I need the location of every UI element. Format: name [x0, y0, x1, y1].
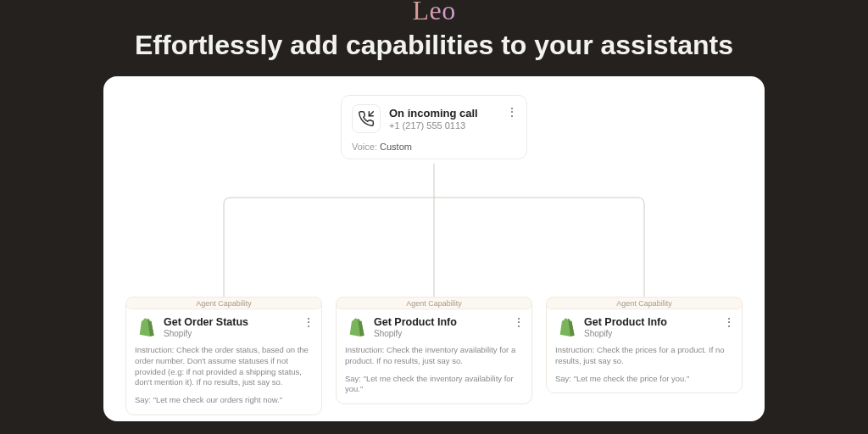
trigger-title: On incoming call [389, 107, 478, 120]
more-menu-button[interactable]: ⋮ [506, 106, 518, 118]
voice-label: Voice: [352, 142, 377, 152]
shopify-icon [555, 316, 577, 338]
more-menu-button[interactable]: ⋮ [723, 316, 735, 328]
capability-say: Say: "Let me check the price for you." [555, 374, 733, 385]
capability-title: Get Product Info [584, 316, 667, 328]
capability-instruction: Instruction: Check the inventory availab… [345, 345, 523, 367]
capability-say: Say: "Let me check our orders right now.… [135, 395, 313, 406]
trigger-subtitle: +1 (217) 555 0113 [389, 120, 478, 131]
capability-source: Shopify [584, 329, 667, 338]
capability-instruction: Instruction: Check the order status, bas… [135, 345, 313, 388]
shopify-icon [135, 316, 157, 338]
more-menu-button[interactable]: ⋮ [303, 316, 314, 328]
capability-instruction: Instruction: Check the prices for a prod… [555, 345, 733, 367]
phone-incoming-icon [352, 104, 381, 133]
capability-card[interactable]: Agent Capability Get Order Status Shopif… [125, 297, 322, 415]
voice-value: Custom [380, 142, 412, 152]
capability-source: Shopify [164, 329, 248, 338]
voice-row: Voice: Custom [352, 142, 516, 152]
capability-title: Get Order Status [164, 316, 248, 328]
brand-logo: Leo [412, 0, 455, 26]
capability-title: Get Product Info [374, 316, 457, 328]
shopify-icon [345, 316, 367, 338]
more-menu-button[interactable]: ⋮ [513, 316, 525, 328]
capability-card[interactable]: Agent Capability Get Product Info Shopif… [546, 297, 743, 393]
capability-say: Say: "Let me check the inventory availab… [345, 374, 523, 396]
trigger-card[interactable]: On incoming call +1 (217) 555 0113 ⋮ Voi… [341, 95, 527, 159]
capability-badge: Agent Capability [336, 297, 532, 309]
flow-canvas: On incoming call +1 (217) 555 0113 ⋮ Voi… [103, 76, 765, 421]
capability-badge: Agent Capability [125, 297, 322, 309]
capability-source: Shopify [374, 329, 457, 338]
capability-card[interactable]: Agent Capability Get Product Info Shopif… [336, 297, 532, 404]
capability-badge: Agent Capability [546, 297, 743, 309]
page-headline: Effortlessly add capabilities to your as… [135, 30, 733, 61]
